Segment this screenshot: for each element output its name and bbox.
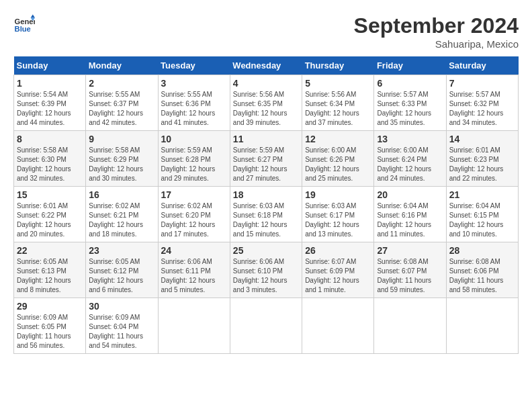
day-number: 3 — [161, 78, 227, 89]
calendar-cell: 3 Sunrise: 5:55 AM Sunset: 6:36 PM Dayli… — [158, 75, 230, 131]
day-number: 13 — [377, 134, 443, 144]
day-detail: Sunrise: 6:06 AM Sunset: 6:11 PM Dayligh… — [161, 257, 227, 295]
calendar-cell: 6 Sunrise: 5:57 AM Sunset: 6:33 PM Dayli… — [374, 75, 446, 131]
day-number: 1 — [17, 78, 83, 89]
calendar-cell: 11 Sunrise: 5:59 AM Sunset: 6:27 PM Dayl… — [230, 131, 302, 187]
calendar-cell: 2 Sunrise: 5:55 AM Sunset: 6:37 PM Dayli… — [86, 75, 158, 131]
calendar-cell: 22 Sunrise: 6:05 AM Sunset: 6:13 PM Dayl… — [14, 242, 86, 298]
day-detail: Sunrise: 6:07 AM Sunset: 6:09 PM Dayligh… — [305, 257, 371, 295]
day-detail: Sunrise: 6:00 AM Sunset: 6:26 PM Dayligh… — [305, 146, 371, 183]
day-detail: Sunrise: 6:04 AM Sunset: 6:16 PM Dayligh… — [377, 201, 443, 239]
day-detail: Sunrise: 6:09 AM Sunset: 6:05 PM Dayligh… — [17, 313, 83, 351]
calendar-cell: 25 Sunrise: 6:06 AM Sunset: 6:10 PM Dayl… — [230, 242, 302, 298]
day-number: 4 — [233, 78, 299, 89]
day-number: 30 — [89, 301, 154, 312]
title-block: September 2024 Sahuaripa, Mexico — [354, 13, 519, 50]
day-number: 17 — [161, 189, 227, 200]
day-detail: Sunrise: 5:55 AM Sunset: 6:37 PM Dayligh… — [89, 90, 154, 128]
day-number: 19 — [305, 189, 371, 200]
calendar-cell — [230, 298, 302, 354]
day-detail: Sunrise: 6:09 AM Sunset: 6:04 PM Dayligh… — [89, 313, 154, 351]
day-detail: Sunrise: 6:06 AM Sunset: 6:10 PM Dayligh… — [233, 257, 299, 295]
calendar-cell: 21 Sunrise: 6:04 AM Sunset: 6:15 PM Dayl… — [446, 187, 518, 242]
calendar-cell: 9 Sunrise: 5:58 AM Sunset: 6:29 PM Dayli… — [86, 131, 158, 187]
day-detail: Sunrise: 5:56 AM Sunset: 6:34 PM Dayligh… — [305, 90, 371, 128]
day-detail: Sunrise: 6:01 AM Sunset: 6:23 PM Dayligh… — [449, 146, 515, 183]
column-header-saturday: Saturday — [446, 56, 518, 75]
day-number: 29 — [17, 301, 83, 312]
calendar-header-row: SundayMondayTuesdayWednesdayThursdayFrid… — [14, 56, 519, 75]
calendar-cell — [374, 298, 446, 354]
day-detail: Sunrise: 5:59 AM Sunset: 6:28 PM Dayligh… — [161, 146, 227, 183]
day-detail: Sunrise: 6:03 AM Sunset: 6:18 PM Dayligh… — [233, 201, 299, 239]
calendar-table: SundayMondayTuesdayWednesdayThursdayFrid… — [13, 56, 519, 354]
day-number: 15 — [17, 189, 83, 200]
calendar-cell: 7 Sunrise: 5:57 AM Sunset: 6:32 PM Dayli… — [446, 75, 518, 131]
calendar-cell: 4 Sunrise: 5:56 AM Sunset: 6:35 PM Dayli… — [230, 75, 302, 131]
day-number: 20 — [377, 189, 443, 200]
calendar-cell: 24 Sunrise: 6:06 AM Sunset: 6:11 PM Dayl… — [158, 242, 230, 298]
day-detail: Sunrise: 6:01 AM Sunset: 6:22 PM Dayligh… — [17, 201, 83, 239]
day-number: 11 — [233, 134, 299, 144]
column-header-friday: Friday — [374, 56, 446, 75]
calendar-cell: 8 Sunrise: 5:58 AM Sunset: 6:30 PM Dayli… — [14, 131, 86, 187]
day-detail: Sunrise: 6:04 AM Sunset: 6:15 PM Dayligh… — [449, 201, 515, 239]
calendar-week-row: 22 Sunrise: 6:05 AM Sunset: 6:13 PM Dayl… — [14, 242, 519, 298]
calendar-cell: 16 Sunrise: 6:02 AM Sunset: 6:21 PM Dayl… — [86, 187, 158, 242]
calendar-cell: 19 Sunrise: 6:03 AM Sunset: 6:17 PM Dayl… — [302, 187, 374, 242]
day-number: 2 — [89, 78, 154, 89]
day-number: 22 — [17, 245, 83, 256]
day-detail: Sunrise: 5:58 AM Sunset: 6:30 PM Dayligh… — [17, 146, 83, 183]
calendar-cell: 1 Sunrise: 5:54 AM Sunset: 6:39 PM Dayli… — [14, 75, 86, 131]
column-header-monday: Monday — [86, 56, 158, 75]
month-year: September 2024 — [354, 13, 519, 38]
column-header-thursday: Thursday — [302, 56, 374, 75]
page-header: General Blue September 2024 Sahuaripa, M… — [13, 13, 519, 50]
column-header-wednesday: Wednesday — [230, 56, 302, 75]
day-number: 14 — [449, 134, 515, 144]
day-number: 7 — [449, 78, 515, 89]
day-number: 25 — [233, 245, 299, 256]
calendar-week-row: 15 Sunrise: 6:01 AM Sunset: 6:22 PM Dayl… — [14, 187, 519, 242]
day-number: 23 — [89, 245, 154, 256]
calendar-cell: 28 Sunrise: 6:08 AM Sunset: 6:06 PM Dayl… — [446, 242, 518, 298]
day-detail: Sunrise: 6:08 AM Sunset: 6:06 PM Dayligh… — [449, 257, 515, 295]
calendar-week-row: 29 Sunrise: 6:09 AM Sunset: 6:05 PM Dayl… — [14, 298, 519, 354]
calendar-cell: 26 Sunrise: 6:07 AM Sunset: 6:09 PM Dayl… — [302, 242, 374, 298]
calendar-cell: 12 Sunrise: 6:00 AM Sunset: 6:26 PM Dayl… — [302, 131, 374, 187]
calendar-cell: 18 Sunrise: 6:03 AM Sunset: 6:18 PM Dayl… — [230, 187, 302, 242]
calendar-cell: 27 Sunrise: 6:08 AM Sunset: 6:07 PM Dayl… — [374, 242, 446, 298]
day-number: 12 — [305, 134, 371, 144]
calendar-cell: 30 Sunrise: 6:09 AM Sunset: 6:04 PM Dayl… — [86, 298, 158, 354]
calendar-cell: 17 Sunrise: 6:02 AM Sunset: 6:20 PM Dayl… — [158, 187, 230, 242]
day-number: 10 — [161, 134, 227, 144]
calendar-cell: 15 Sunrise: 6:01 AM Sunset: 6:22 PM Dayl… — [14, 187, 86, 242]
day-detail: Sunrise: 5:59 AM Sunset: 6:27 PM Dayligh… — [233, 146, 299, 183]
day-number: 18 — [233, 189, 299, 200]
day-number: 28 — [449, 245, 515, 256]
day-detail: Sunrise: 5:57 AM Sunset: 6:32 PM Dayligh… — [449, 90, 515, 128]
day-detail: Sunrise: 6:02 AM Sunset: 6:20 PM Dayligh… — [161, 201, 227, 239]
day-detail: Sunrise: 5:54 AM Sunset: 6:39 PM Dayligh… — [17, 90, 83, 128]
calendar-cell: 13 Sunrise: 6:00 AM Sunset: 6:24 PM Dayl… — [374, 131, 446, 187]
calendar-cell — [446, 298, 518, 354]
calendar-cell: 5 Sunrise: 5:56 AM Sunset: 6:34 PM Dayli… — [302, 75, 374, 131]
calendar-cell — [158, 298, 230, 354]
calendar-week-row: 8 Sunrise: 5:58 AM Sunset: 6:30 PM Dayli… — [14, 131, 519, 187]
day-detail: Sunrise: 6:05 AM Sunset: 6:13 PM Dayligh… — [17, 257, 83, 295]
svg-text:Blue: Blue — [15, 25, 31, 33]
day-number: 24 — [161, 245, 227, 256]
day-number: 8 — [17, 134, 83, 144]
calendar-cell: 23 Sunrise: 6:05 AM Sunset: 6:12 PM Dayl… — [86, 242, 158, 298]
day-number: 26 — [305, 245, 371, 256]
day-number: 5 — [305, 78, 371, 89]
day-number: 16 — [89, 189, 154, 200]
day-detail: Sunrise: 6:02 AM Sunset: 6:21 PM Dayligh… — [89, 201, 154, 239]
column-header-tuesday: Tuesday — [158, 56, 230, 75]
day-detail: Sunrise: 6:03 AM Sunset: 6:17 PM Dayligh… — [305, 201, 371, 239]
logo-icon: General Blue — [13, 13, 35, 35]
calendar-cell: 20 Sunrise: 6:04 AM Sunset: 6:16 PM Dayl… — [374, 187, 446, 242]
day-number: 9 — [89, 134, 154, 144]
day-detail: Sunrise: 5:57 AM Sunset: 6:33 PM Dayligh… — [377, 90, 443, 128]
location: Sahuaripa, Mexico — [354, 38, 519, 50]
